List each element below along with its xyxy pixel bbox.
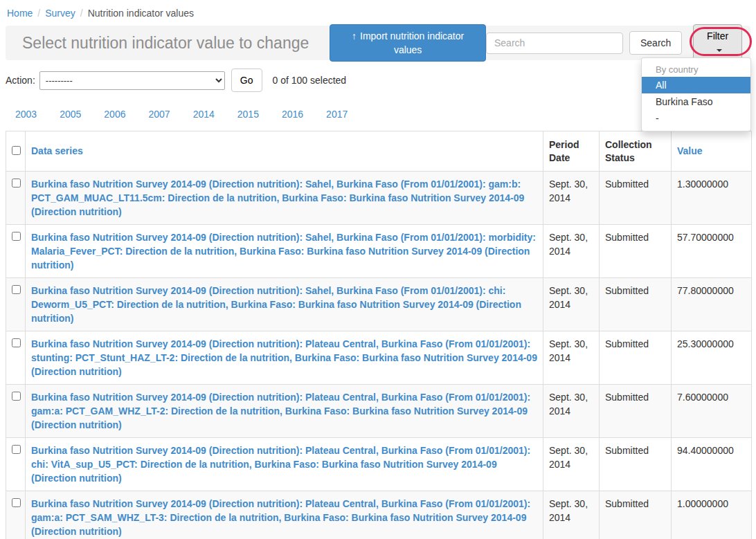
year-link-2015[interactable]: 2015 bbox=[237, 109, 259, 120]
table-row: Burkina faso Nutrition Survey 2014-09 (D… bbox=[6, 278, 752, 331]
page-header-bar: Select nutrition indicator value to chan… bbox=[6, 26, 750, 60]
data-series-link[interactable]: Burkina faso Nutrition Survey 2014-09 (D… bbox=[31, 337, 537, 378]
data-series-link[interactable]: Burkina faso Nutrition Survey 2014-09 (D… bbox=[31, 497, 537, 538]
column-header-data-series[interactable]: Data series bbox=[31, 145, 83, 156]
filter-dropdown-item[interactable]: All bbox=[642, 77, 750, 93]
breadcrumb: Home/Survey/Nutrition indicator values bbox=[0, 0, 756, 23]
action-bar: Action: --------- Go 0 of 100 selected bbox=[6, 68, 750, 92]
year-link-2007[interactable]: 2007 bbox=[148, 109, 170, 120]
upload-arrow-icon: ↑ bbox=[352, 30, 357, 42]
period-date-cell: Sept. 30, 2014 bbox=[543, 172, 600, 225]
collection-status-cell: Submitted bbox=[600, 331, 672, 385]
table-row: Burkina faso Nutrition Survey 2014-09 (D… bbox=[6, 225, 752, 278]
table-row: Burkina faso Nutrition Survey 2014-09 (D… bbox=[6, 491, 752, 539]
select-all-checkbox[interactable] bbox=[12, 146, 21, 155]
results-table: Data series Period Date Collection Statu… bbox=[6, 131, 752, 539]
year-link-2017[interactable]: 2017 bbox=[326, 109, 348, 120]
collection-status-cell: Submitted bbox=[600, 278, 672, 331]
row-checkbox[interactable] bbox=[12, 232, 21, 241]
row-checkbox[interactable] bbox=[12, 285, 21, 294]
row-checkbox[interactable] bbox=[12, 179, 21, 188]
caret-down-icon bbox=[717, 49, 722, 52]
import-button-label: Import nutrition indicator values bbox=[360, 30, 464, 55]
period-date-cell: Sept. 30, 2014 bbox=[543, 438, 600, 491]
row-checkbox[interactable] bbox=[12, 498, 21, 507]
table-row: Burkina faso Nutrition Survey 2014-09 (D… bbox=[6, 385, 752, 438]
data-series-link[interactable]: Burkina faso Nutrition Survey 2014-09 (D… bbox=[31, 444, 537, 485]
data-series-link[interactable]: Burkina faso Nutrition Survey 2014-09 (D… bbox=[31, 284, 537, 325]
table-row: Burkina faso Nutrition Survey 2014-09 (D… bbox=[6, 172, 752, 225]
filter-dropdown-header: By country bbox=[642, 62, 750, 77]
collection-status-cell: Submitted bbox=[600, 172, 672, 225]
action-label: Action: bbox=[6, 75, 35, 86]
breadcrumb-current: Nutrition indicator values bbox=[88, 8, 194, 19]
table-row: Burkina faso Nutrition Survey 2014-09 (D… bbox=[6, 438, 752, 491]
value-cell: 57.70000000 bbox=[672, 225, 752, 278]
value-cell: 77.80000000 bbox=[672, 278, 752, 331]
collection-status-cell: Submitted bbox=[600, 225, 672, 278]
import-button[interactable]: ↑Import nutrition indicator values bbox=[330, 24, 486, 62]
table-header-row: Data series Period Date Collection Statu… bbox=[6, 131, 752, 172]
breadcrumb-separator: / bbox=[80, 8, 83, 19]
data-series-link[interactable]: Burkina faso Nutrition Survey 2014-09 (D… bbox=[31, 390, 537, 432]
search-input[interactable] bbox=[486, 33, 623, 54]
collection-status-cell: Submitted bbox=[600, 438, 672, 491]
column-header-period-date: Period Date bbox=[543, 131, 600, 172]
filter-dropdown-item[interactable]: - bbox=[642, 110, 750, 127]
year-link-2014[interactable]: 2014 bbox=[193, 109, 215, 120]
period-date-cell: Sept. 30, 2014 bbox=[543, 385, 600, 438]
column-header-value[interactable]: Value bbox=[677, 145, 703, 156]
period-date-cell: Sept. 30, 2014 bbox=[543, 491, 600, 539]
breadcrumb-home-link[interactable]: Home bbox=[7, 8, 33, 19]
breadcrumb-survey-link[interactable]: Survey bbox=[45, 8, 75, 19]
selection-status: 0 of 100 selected bbox=[273, 75, 347, 86]
period-date-cell: Sept. 30, 2014 bbox=[543, 331, 600, 385]
value-cell: 1.30000000 bbox=[672, 172, 752, 225]
year-link-2006[interactable]: 2006 bbox=[104, 109, 125, 120]
year-link-2016[interactable]: 2016 bbox=[282, 109, 303, 120]
value-cell: 7.60000000 bbox=[672, 385, 752, 438]
page-title: Select nutrition indicator value to chan… bbox=[22, 34, 309, 53]
value-cell: 1.00000000 bbox=[672, 491, 752, 539]
period-date-cell: Sept. 30, 2014 bbox=[543, 225, 600, 278]
collection-status-cell: Submitted bbox=[600, 385, 672, 438]
year-link-2005[interactable]: 2005 bbox=[60, 109, 81, 120]
filter-dropdown-item[interactable]: Burkina Faso bbox=[642, 93, 750, 110]
filter-dropdown-items: AllBurkina Faso- bbox=[642, 77, 750, 127]
filter-button[interactable]: Filter bbox=[693, 24, 742, 62]
value-cell: 94.40000000 bbox=[672, 438, 752, 491]
action-select[interactable]: --------- bbox=[39, 71, 225, 90]
column-header-collection-status: Collection Status bbox=[600, 131, 672, 172]
row-checkbox[interactable] bbox=[12, 392, 21, 401]
breadcrumb-separator: / bbox=[37, 8, 40, 19]
search-button[interactable]: Search bbox=[629, 31, 682, 55]
go-button[interactable]: Go bbox=[231, 68, 262, 92]
data-series-link[interactable]: Burkina faso Nutrition Survey 2014-09 (D… bbox=[31, 177, 537, 219]
filter-button-label: Filter bbox=[707, 30, 728, 42]
row-checkbox[interactable] bbox=[12, 338, 21, 347]
table-row: Burkina faso Nutrition Survey 2014-09 (D… bbox=[6, 331, 752, 385]
data-series-link[interactable]: Burkina faso Nutrition Survey 2014-09 (D… bbox=[31, 230, 537, 272]
period-date-cell: Sept. 30, 2014 bbox=[543, 278, 600, 331]
filter-dropdown: By country AllBurkina Faso- bbox=[641, 57, 751, 131]
collection-status-cell: Submitted bbox=[600, 491, 672, 539]
value-cell: 25.30000000 bbox=[672, 331, 752, 385]
row-checkbox[interactable] bbox=[12, 445, 21, 454]
year-link-2003[interactable]: 2003 bbox=[15, 109, 37, 120]
